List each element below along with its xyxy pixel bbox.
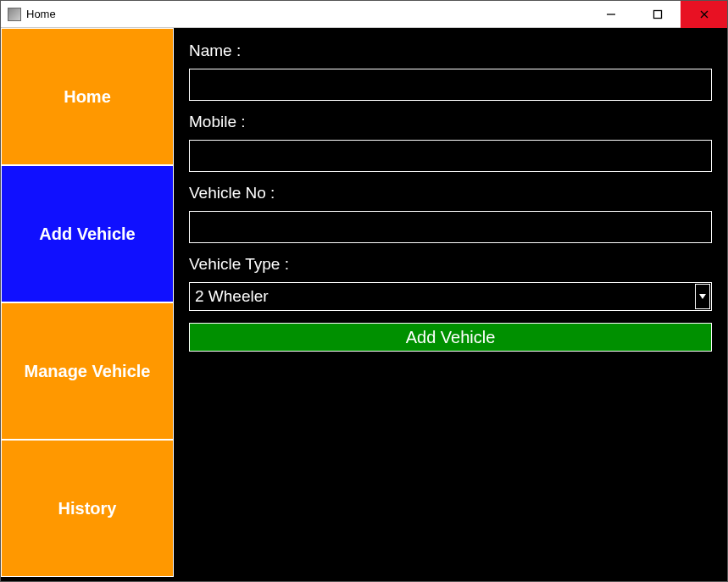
chevron-down-icon — [695, 284, 710, 309]
app-icon — [8, 8, 21, 21]
sidebar-item-add-vehicle[interactable]: Add Vehicle — [1, 165, 174, 302]
vehicletype-select[interactable]: 2 Wheeler — [189, 282, 712, 311]
mobile-label: Mobile : — [189, 113, 712, 131]
maximize-icon — [653, 9, 663, 19]
name-label: Name : — [189, 42, 712, 60]
titlebar: Home — [1, 1, 727, 28]
maximize-button[interactable] — [634, 1, 681, 28]
vehicleno-input[interactable] — [189, 211, 712, 243]
vehicletype-label: Vehicle Type : — [189, 255, 712, 274]
form-panel: Name : Mobile : Vehicle No : Vehicle Typ… — [174, 28, 727, 581]
sidebar-item-home[interactable]: Home — [1, 28, 174, 165]
window-controls — [587, 1, 727, 27]
name-input[interactable] — [189, 69, 712, 101]
sidebar-item-history[interactable]: History — [1, 440, 174, 577]
close-icon — [699, 9, 709, 19]
svg-rect-1 — [653, 11, 661, 19]
svg-marker-4 — [699, 294, 706, 299]
window-title: Home — [26, 8, 587, 20]
vehicletype-value: 2 Wheeler — [190, 285, 694, 308]
add-vehicle-button[interactable]: Add Vehicle — [189, 323, 712, 352]
app-window: Home Home Add Vehicle Manage Vehicle His… — [0, 0, 728, 582]
sidebar-item-manage-vehicle[interactable]: Manage Vehicle — [1, 302, 174, 440]
mobile-input[interactable] — [189, 140, 712, 172]
close-button[interactable] — [681, 1, 727, 28]
minimize-icon — [606, 9, 616, 19]
client-area: Home Add Vehicle Manage Vehicle History … — [1, 28, 727, 581]
sidebar: Home Add Vehicle Manage Vehicle History — [1, 28, 174, 581]
minimize-button[interactable] — [587, 1, 634, 28]
vehicleno-label: Vehicle No : — [189, 184, 712, 202]
